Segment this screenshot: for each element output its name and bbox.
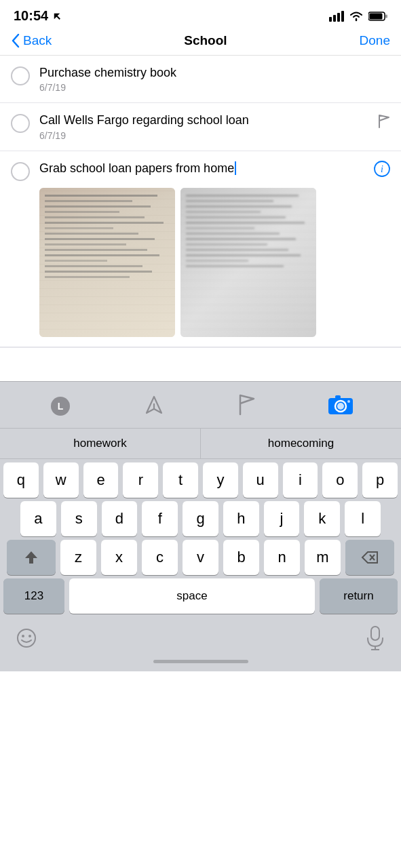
svg-rect-1 <box>333 15 336 22</box>
key-k[interactable]: k <box>304 501 340 536</box>
back-button[interactable]: Back <box>11 33 52 48</box>
attachment-doc[interactable] <box>39 188 175 337</box>
send-button[interactable] <box>138 389 170 421</box>
signal-icon <box>329 11 344 22</box>
key-w[interactable]: w <box>43 462 79 498</box>
key-o[interactable]: o <box>322 462 358 498</box>
task-checkbox[interactable] <box>11 114 30 133</box>
key-v[interactable]: v <box>183 540 218 575</box>
task-date: 6/7/19 <box>39 82 390 93</box>
space-label: space <box>176 589 207 603</box>
key-d[interactable]: d <box>102 501 138 536</box>
cursor <box>235 161 236 175</box>
key-a[interactable]: a <box>20 501 56 536</box>
keyboard: q w e r t y u i o p a s d f g h j k l z … <box>0 459 401 671</box>
task-checkbox[interactable] <box>11 66 30 85</box>
reminder-button[interactable]: L <box>44 389 77 421</box>
wifi-icon <box>349 11 363 22</box>
delete-key[interactable] <box>345 540 394 575</box>
task-content: Grab school loan papers from home <box>39 161 368 176</box>
key-r[interactable]: r <box>123 462 158 498</box>
svg-rect-5 <box>370 13 383 19</box>
emoji-button[interactable] <box>16 628 37 651</box>
home-indicator-bar <box>0 656 401 671</box>
autocomplete-bar: homework homecoming <box>0 428 401 459</box>
task-content: Call Wells Fargo regarding school loan 6… <box>39 113 373 140</box>
svg-text:i: i <box>381 164 383 174</box>
task-title-editing[interactable]: Grab school loan papers from home <box>39 161 368 176</box>
key-g[interactable]: g <box>183 501 218 536</box>
numbers-key[interactable]: 123 <box>3 578 64 614</box>
mic-icon <box>366 626 385 650</box>
task-content: Purchase chemistry book 6/7/19 <box>39 65 390 93</box>
task-item[interactable]: Call Wells Fargo regarding school loan 6… <box>0 103 401 151</box>
autocomplete-homecoming[interactable]: homecoming <box>201 429 401 458</box>
svg-point-21 <box>28 635 31 637</box>
toolbar: L <box>0 381 401 428</box>
key-z[interactable]: z <box>60 540 96 575</box>
key-b[interactable]: b <box>223 540 259 575</box>
status-bar: 10:54 <box>0 0 401 29</box>
task-date: 6/7/19 <box>39 130 373 141</box>
key-p[interactable]: p <box>362 462 398 498</box>
location-icon <box>52 12 62 21</box>
svg-rect-6 <box>385 14 387 18</box>
task-attachments <box>11 188 390 337</box>
key-h[interactable]: h <box>223 501 259 536</box>
key-j[interactable]: j <box>264 501 300 536</box>
task-checkbox[interactable] <box>11 162 30 181</box>
key-i[interactable]: i <box>283 462 318 498</box>
key-m[interactable]: m <box>305 540 341 575</box>
task-title: Call Wells Fargo regarding school loan <box>39 113 373 128</box>
key-l[interactable]: l <box>345 501 381 536</box>
attachment-blurred[interactable] <box>180 188 316 337</box>
done-button[interactable]: Done <box>360 33 390 48</box>
numbers-label: 123 <box>24 589 43 603</box>
key-t[interactable]: t <box>163 462 198 498</box>
chevron-left-icon <box>11 33 20 48</box>
svg-point-19 <box>18 629 35 647</box>
key-y[interactable]: y <box>203 462 238 498</box>
key-s[interactable]: s <box>61 501 97 536</box>
autocomplete-homework[interactable]: homework <box>0 429 201 458</box>
shift-key[interactable] <box>7 540 56 575</box>
back-label: Back <box>23 33 52 48</box>
key-u[interactable]: u <box>243 462 278 498</box>
autocomplete-text: homework <box>73 437 126 450</box>
delete-icon <box>361 551 379 564</box>
task-title: Purchase chemistry book <box>39 65 390 81</box>
svg-point-14 <box>337 403 344 410</box>
space-key[interactable]: space <box>69 578 315 614</box>
svg-point-20 <box>22 635 24 637</box>
key-x[interactable]: x <box>101 540 137 575</box>
keyboard-row-2: a s d f g h j k l <box>0 498 401 536</box>
shift-icon <box>24 550 39 565</box>
camera-button[interactable] <box>324 389 357 421</box>
svg-point-16 <box>347 400 350 403</box>
key-f[interactable]: f <box>142 501 178 536</box>
home-indicator <box>153 660 248 663</box>
task-item-editing[interactable]: Grab school loan papers from home i <box>0 151 401 347</box>
key-e[interactable]: e <box>83 462 119 498</box>
key-n[interactable]: n <box>264 540 300 575</box>
autocomplete-text: homecoming <box>268 437 334 450</box>
return-key[interactable]: return <box>320 578 398 614</box>
time-display: 10:54 <box>14 8 48 24</box>
flag-button[interactable] <box>231 389 263 421</box>
status-icons <box>329 11 387 22</box>
mic-button[interactable] <box>366 626 385 653</box>
keyboard-row-4: 123 space return <box>0 575 401 619</box>
send-icon <box>143 394 165 416</box>
nav-bar: Back School Done <box>0 29 401 56</box>
clock-icon: L <box>48 393 73 417</box>
key-q[interactable]: q <box>3 462 39 498</box>
keyboard-row-1: q w e r t y u i o p <box>0 459 401 498</box>
task-item[interactable]: Purchase chemistry book 6/7/19 <box>0 56 401 103</box>
keyboard-row-3: z x c v b n m <box>0 536 401 575</box>
flag-toolbar-icon <box>237 394 256 416</box>
info-button[interactable]: i <box>374 161 390 181</box>
svg-text:L: L <box>58 401 64 412</box>
svg-rect-22 <box>371 627 379 640</box>
nav-title: School <box>184 33 227 48</box>
key-c[interactable]: c <box>142 540 178 575</box>
